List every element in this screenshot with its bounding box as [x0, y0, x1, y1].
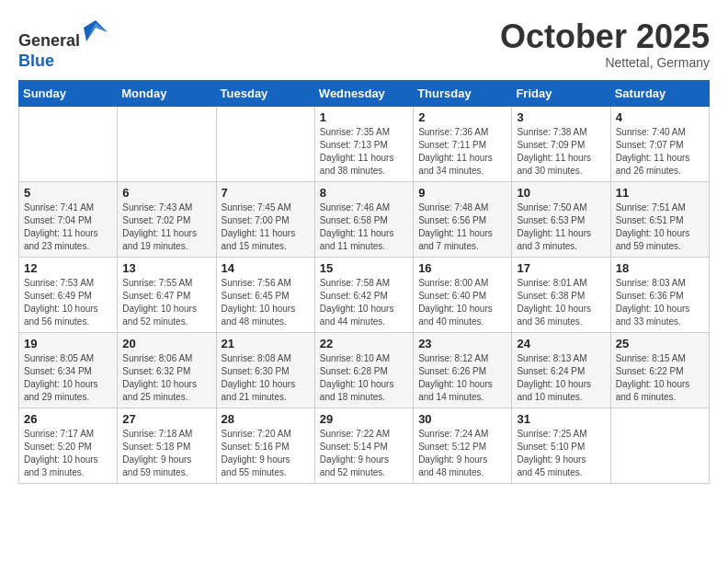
- calendar-day-cell: 4Sunrise: 7:40 AM Sunset: 7:07 PM Daylig…: [610, 107, 709, 182]
- calendar-week-row: 5Sunrise: 7:41 AM Sunset: 7:04 PM Daylig…: [19, 182, 710, 258]
- day-number: 13: [122, 261, 210, 275]
- day-info: Sunrise: 7:35 AM Sunset: 7:13 PM Dayligh…: [320, 126, 408, 178]
- logo-general: General: [18, 31, 80, 50]
- day-info: Sunrise: 7:40 AM Sunset: 7:07 PM Dayligh…: [616, 126, 704, 178]
- calendar-day-cell: 9Sunrise: 7:48 AM Sunset: 6:56 PM Daylig…: [414, 182, 512, 258]
- day-number: 27: [122, 412, 210, 426]
- calendar-day-cell: 30Sunrise: 7:24 AM Sunset: 5:12 PM Dayli…: [414, 408, 512, 484]
- day-info: Sunrise: 8:05 AM Sunset: 6:34 PM Dayligh…: [24, 352, 112, 404]
- calendar-week-row: 26Sunrise: 7:17 AM Sunset: 5:20 PM Dayli…: [19, 408, 710, 484]
- calendar-day-cell: 12Sunrise: 7:53 AM Sunset: 6:49 PM Dayli…: [19, 258, 118, 333]
- day-number: 18: [616, 261, 704, 275]
- calendar-day-cell: 26Sunrise: 7:17 AM Sunset: 5:20 PM Dayli…: [19, 408, 118, 484]
- calendar-day-cell: 1Sunrise: 7:35 AM Sunset: 7:13 PM Daylig…: [314, 107, 413, 182]
- day-number: 4: [616, 110, 704, 124]
- calendar-day-cell: 11Sunrise: 7:51 AM Sunset: 6:51 PM Dayli…: [610, 182, 709, 258]
- day-number: 9: [418, 186, 506, 200]
- calendar-week-row: 1Sunrise: 7:35 AM Sunset: 7:13 PM Daylig…: [19, 107, 710, 182]
- day-info: Sunrise: 8:00 AM Sunset: 6:40 PM Dayligh…: [418, 277, 506, 328]
- day-info: Sunrise: 8:01 AM Sunset: 6:38 PM Dayligh…: [517, 277, 605, 328]
- calendar-day-cell: 5Sunrise: 7:41 AM Sunset: 7:04 PM Daylig…: [19, 182, 118, 258]
- weekday-header-friday: Friday: [512, 81, 610, 107]
- day-number: 14: [222, 261, 310, 275]
- day-info: Sunrise: 7:22 AM Sunset: 5:14 PM Dayligh…: [320, 428, 408, 479]
- day-info: Sunrise: 7:58 AM Sunset: 6:42 PM Dayligh…: [320, 277, 408, 328]
- weekday-header-saturday: Saturday: [610, 81, 709, 107]
- weekday-header-wednesday: Wednesday: [314, 81, 413, 107]
- calendar-day-cell: 31Sunrise: 7:25 AM Sunset: 5:10 PM Dayli…: [512, 408, 610, 484]
- day-info: Sunrise: 8:12 AM Sunset: 6:26 PM Dayligh…: [418, 352, 506, 404]
- weekday-header-sunday: Sunday: [19, 81, 118, 107]
- day-number: 11: [616, 186, 704, 200]
- day-number: 1: [320, 110, 408, 124]
- calendar-day-cell: 7Sunrise: 7:45 AM Sunset: 7:00 PM Daylig…: [216, 182, 314, 258]
- calendar-day-cell: [19, 107, 118, 182]
- weekday-header-tuesday: Tuesday: [216, 81, 314, 107]
- day-number: 12: [24, 261, 112, 275]
- calendar-day-cell: 29Sunrise: 7:22 AM Sunset: 5:14 PM Dayli…: [314, 408, 413, 484]
- day-number: 16: [418, 261, 506, 275]
- day-info: Sunrise: 7:36 AM Sunset: 7:11 PM Dayligh…: [418, 126, 506, 178]
- day-info: Sunrise: 7:20 AM Sunset: 5:16 PM Dayligh…: [222, 428, 310, 479]
- location: Nettetal, Germany: [500, 55, 710, 70]
- day-info: Sunrise: 7:46 AM Sunset: 6:58 PM Dayligh…: [320, 201, 408, 253]
- day-number: 15: [320, 261, 408, 275]
- day-info: Sunrise: 8:15 AM Sunset: 6:22 PM Dayligh…: [616, 352, 704, 404]
- calendar-day-cell: 15Sunrise: 7:58 AM Sunset: 6:42 PM Dayli…: [314, 258, 413, 333]
- calendar-day-cell: 20Sunrise: 8:06 AM Sunset: 6:32 PM Dayli…: [118, 333, 216, 408]
- day-info: Sunrise: 7:41 AM Sunset: 7:04 PM Dayligh…: [24, 201, 112, 253]
- day-number: 30: [418, 412, 506, 426]
- calendar-header-row: SundayMondayTuesdayWednesdayThursdayFrid…: [19, 81, 710, 107]
- logo-icon: [82, 18, 109, 46]
- calendar-day-cell: 21Sunrise: 8:08 AM Sunset: 6:30 PM Dayli…: [216, 333, 314, 408]
- day-number: 17: [517, 261, 605, 275]
- day-info: Sunrise: 7:38 AM Sunset: 7:09 PM Dayligh…: [517, 126, 605, 178]
- logo-text: General: [18, 18, 109, 52]
- day-number: 20: [122, 337, 210, 350]
- calendar-day-cell: 3Sunrise: 7:38 AM Sunset: 7:09 PM Daylig…: [512, 107, 610, 182]
- calendar-day-cell: 18Sunrise: 8:03 AM Sunset: 6:36 PM Dayli…: [610, 258, 709, 333]
- calendar-day-cell: 22Sunrise: 8:10 AM Sunset: 6:28 PM Dayli…: [314, 333, 413, 408]
- title-block: October 2025 Nettetal, Germany: [500, 18, 710, 70]
- day-info: Sunrise: 7:50 AM Sunset: 6:53 PM Dayligh…: [517, 201, 605, 253]
- day-info: Sunrise: 8:03 AM Sunset: 6:36 PM Dayligh…: [616, 277, 704, 328]
- day-number: 19: [24, 337, 112, 350]
- calendar-week-row: 12Sunrise: 7:53 AM Sunset: 6:49 PM Dayli…: [19, 258, 710, 333]
- weekday-header-thursday: Thursday: [414, 81, 512, 107]
- calendar-day-cell: [216, 107, 314, 182]
- day-number: 26: [24, 412, 112, 426]
- calendar-week-row: 19Sunrise: 8:05 AM Sunset: 6:34 PM Dayli…: [19, 333, 710, 408]
- day-info: Sunrise: 7:17 AM Sunset: 5:20 PM Dayligh…: [24, 428, 112, 479]
- day-info: Sunrise: 7:45 AM Sunset: 7:00 PM Dayligh…: [222, 201, 310, 253]
- day-info: Sunrise: 8:10 AM Sunset: 6:28 PM Dayligh…: [320, 352, 408, 404]
- day-number: 31: [517, 412, 605, 426]
- calendar-day-cell: 17Sunrise: 8:01 AM Sunset: 6:38 PM Dayli…: [512, 258, 610, 333]
- day-info: Sunrise: 7:18 AM Sunset: 5:18 PM Dayligh…: [122, 428, 210, 479]
- calendar-day-cell: 10Sunrise: 7:50 AM Sunset: 6:53 PM Dayli…: [512, 182, 610, 258]
- day-number: 22: [320, 337, 408, 350]
- day-info: Sunrise: 7:51 AM Sunset: 6:51 PM Dayligh…: [616, 201, 704, 253]
- calendar-day-cell: 27Sunrise: 7:18 AM Sunset: 5:18 PM Dayli…: [118, 408, 216, 484]
- weekday-header-monday: Monday: [118, 81, 216, 107]
- day-number: 5: [24, 186, 112, 200]
- day-number: 21: [222, 337, 310, 350]
- calendar-day-cell: 16Sunrise: 8:00 AM Sunset: 6:40 PM Dayli…: [414, 258, 512, 333]
- day-info: Sunrise: 7:24 AM Sunset: 5:12 PM Dayligh…: [418, 428, 506, 479]
- day-info: Sunrise: 8:06 AM Sunset: 6:32 PM Dayligh…: [122, 352, 210, 404]
- calendar-day-cell: 8Sunrise: 7:46 AM Sunset: 6:58 PM Daylig…: [314, 182, 413, 258]
- day-info: Sunrise: 7:55 AM Sunset: 6:47 PM Dayligh…: [122, 277, 210, 328]
- day-number: 28: [222, 412, 310, 426]
- month-title: October 2025: [500, 18, 710, 55]
- calendar-day-cell: 6Sunrise: 7:43 AM Sunset: 7:02 PM Daylig…: [118, 182, 216, 258]
- day-number: 29: [320, 412, 408, 426]
- calendar-day-cell: 13Sunrise: 7:55 AM Sunset: 6:47 PM Dayli…: [118, 258, 216, 333]
- calendar-day-cell: [118, 107, 216, 182]
- day-info: Sunrise: 7:43 AM Sunset: 7:02 PM Dayligh…: [122, 201, 210, 253]
- calendar-day-cell: 19Sunrise: 8:05 AM Sunset: 6:34 PM Dayli…: [19, 333, 118, 408]
- calendar-day-cell: 25Sunrise: 8:15 AM Sunset: 6:22 PM Dayli…: [610, 333, 709, 408]
- logo-blue-text: Blue: [18, 52, 109, 72]
- day-info: Sunrise: 7:53 AM Sunset: 6:49 PM Dayligh…: [24, 277, 112, 328]
- calendar-day-cell: 14Sunrise: 7:56 AM Sunset: 6:45 PM Dayli…: [216, 258, 314, 333]
- calendar-table: SundayMondayTuesdayWednesdayThursdayFrid…: [18, 80, 710, 484]
- day-number: 8: [320, 186, 408, 200]
